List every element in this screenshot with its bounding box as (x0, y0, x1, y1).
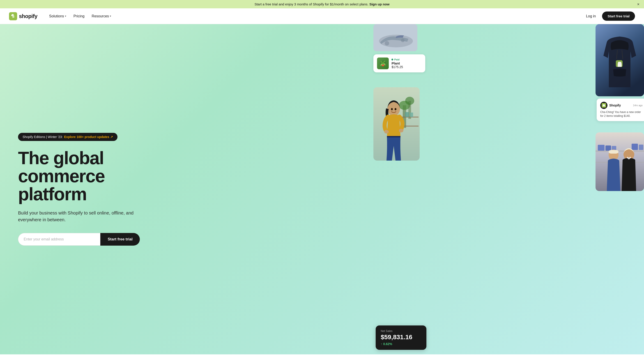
order-card: 🪴 Paid Plant $175.25 (374, 54, 425, 72)
svg-rect-34 (639, 144, 643, 150)
sales-change: ↑ 0.62% (381, 342, 422, 346)
nav-actions: Log in Start free trial (583, 12, 635, 21)
hero-section: Shopify Editions | Winter '23: Explore 1… (0, 24, 644, 354)
sales-amount: $59,831.16 (381, 334, 422, 341)
notif-time: 14m ago (633, 104, 643, 107)
notif-header: Shopify 14m ago (600, 102, 643, 109)
sales-label: Net Sales (381, 330, 422, 333)
nav-pricing[interactable]: Pricing (71, 12, 87, 20)
email-input[interactable] (18, 233, 100, 246)
svg-point-16 (399, 129, 404, 132)
hero-left: Shopify Editions | Winter '23: Explore 1… (0, 24, 374, 354)
banner-text: Start a free trial and enjoy 3 months of… (254, 2, 368, 6)
hero-subtext: Build your business with Shopify to sell… (18, 210, 135, 223)
hero-badge: Shopify Editions | Winter '23: Explore 1… (18, 133, 118, 141)
svg-point-15 (384, 130, 389, 134)
order-product-name: Plant (392, 61, 422, 65)
svg-rect-22 (618, 64, 622, 67)
svg-rect-17 (387, 136, 400, 137)
nav-resources[interactable]: Resources ▾ (89, 12, 114, 20)
svg-rect-26 (603, 104, 605, 106)
sales-change-value: 0.62% (383, 342, 392, 346)
shopify-avatar-icon (600, 102, 608, 109)
svg-point-19 (394, 108, 396, 110)
svg-point-9 (405, 97, 414, 105)
login-button[interactable]: Log in (583, 12, 599, 20)
svg-rect-33 (632, 144, 638, 150)
product-shoe-image (374, 24, 418, 51)
nav-links: Solutions ▾ Pricing Resources ▾ (46, 12, 583, 20)
paid-status-dot (392, 59, 393, 60)
hero-headline: The global commerce platform (18, 149, 360, 203)
hoodie-image (596, 24, 644, 96)
notif-body: Cha-Ching! You have a new order for 2 it… (600, 110, 643, 118)
order-info: Paid Plant $175.25 (392, 58, 422, 69)
nav-trial-button[interactable]: Start free trial (602, 12, 635, 21)
svg-point-4 (401, 38, 404, 42)
logo-text: shopify (19, 13, 38, 20)
woman-photo (374, 87, 420, 160)
banner-close-button[interactable]: × (637, 2, 640, 6)
sales-card: Net Sales $59,831.16 ↑ 0.62% (376, 326, 426, 350)
svg-rect-29 (596, 162, 644, 163)
hero-right-collage: 🪴 Paid Plant $175.25 (374, 24, 644, 354)
order-price: $175.25 (392, 65, 422, 69)
main-nav: shopify Solutions ▾ Pricing Resources ▾ … (0, 8, 644, 24)
order-status: Paid (392, 58, 422, 61)
svg-point-3 (385, 41, 389, 46)
notification-card: Shopify 14m ago Cha-Ching! You have a ne… (597, 98, 644, 121)
badge-link[interactable]: Explore 100+ product updates ↗ (64, 135, 113, 139)
notif-brand: Shopify (609, 104, 621, 107)
svg-point-18 (391, 108, 393, 110)
svg-rect-13 (410, 112, 413, 117)
svg-rect-31 (606, 146, 611, 151)
svg-rect-12 (405, 112, 409, 117)
logo-link[interactable]: shopify (9, 12, 38, 20)
svg-rect-30 (598, 145, 604, 151)
svg-rect-36 (608, 150, 618, 154)
hero-cta-form: Start free trial (18, 233, 140, 246)
sales-change-icon: ↑ (381, 342, 382, 346)
banner-cta-text[interactable]: Sign up now (369, 2, 390, 6)
solutions-chevron-icon: ▾ (65, 15, 66, 18)
nav-solutions[interactable]: Solutions ▾ (46, 12, 69, 20)
resources-chevron-icon: ▾ (110, 15, 111, 18)
shopify-logo-icon (9, 12, 17, 20)
badge-prefix: Shopify Editions | Winter '23: (22, 135, 63, 139)
notif-title-row: Shopify 14m ago (609, 104, 643, 107)
plant-image: 🪴 (377, 58, 389, 69)
men-photo (596, 132, 644, 191)
hero-trial-button[interactable]: Start free trial (100, 233, 140, 246)
promo-banner: Start a free trial and enjoy 3 months of… (0, 0, 644, 8)
svg-rect-10 (400, 116, 418, 118)
badge-arrow-icon: ↗ (110, 135, 113, 139)
